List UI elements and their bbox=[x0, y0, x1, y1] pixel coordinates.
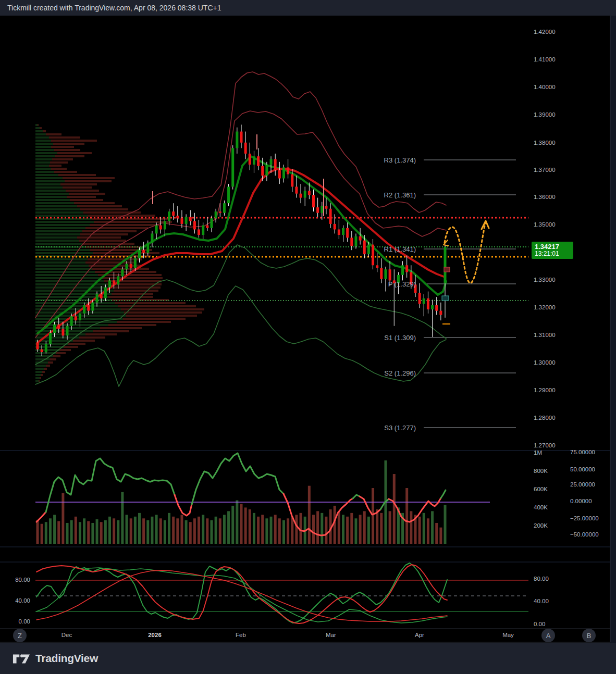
volume-profile-row-buy bbox=[35, 183, 60, 185]
volume-bar bbox=[435, 523, 438, 544]
candle-body bbox=[236, 132, 238, 148]
candle-body bbox=[227, 186, 230, 203]
volume-bar bbox=[172, 517, 175, 544]
candle-body bbox=[270, 159, 273, 165]
volume-bar bbox=[61, 493, 64, 544]
volume-profile-row-sell bbox=[54, 149, 80, 151]
volume-profile-row-sell bbox=[108, 296, 153, 298]
volume-profile-row-sell bbox=[118, 305, 196, 307]
volume-profile-row-sell bbox=[46, 365, 50, 367]
volume-bar bbox=[219, 518, 221, 544]
volume-profile-row-buy bbox=[35, 211, 83, 214]
candle-body bbox=[329, 209, 332, 224]
candle-body bbox=[354, 236, 357, 246]
volume-bar bbox=[202, 515, 204, 544]
volume-profile-row-sell bbox=[51, 168, 67, 170]
volume-bar bbox=[278, 518, 281, 544]
volume-profile-row-buy bbox=[35, 249, 90, 251]
tradingview-logo[interactable]: TradingView bbox=[13, 651, 98, 666]
candle-body bbox=[265, 165, 268, 176]
candle-body bbox=[380, 268, 383, 279]
volume-bar bbox=[334, 506, 336, 544]
tradingview-logo-icon bbox=[13, 651, 30, 666]
volume-profile-row-sell bbox=[53, 143, 84, 145]
volume-bar bbox=[117, 520, 119, 544]
candle-body bbox=[70, 316, 73, 326]
volume-bar bbox=[41, 524, 43, 544]
candle-body bbox=[57, 324, 60, 329]
volume-bar bbox=[367, 517, 370, 544]
volume-profile-row-sell bbox=[124, 311, 202, 314]
volume-profile-row-buy bbox=[35, 177, 63, 179]
volume-profile-row-sell bbox=[90, 224, 161, 226]
volume-profile-row-sell bbox=[92, 268, 149, 270]
volume-bar bbox=[168, 513, 170, 544]
volume-bar bbox=[227, 511, 230, 544]
volume-profile-row-buy bbox=[35, 236, 77, 239]
candle-body bbox=[168, 211, 170, 221]
candle-body bbox=[138, 250, 141, 258]
volume-profile-row-sell bbox=[50, 161, 68, 164]
volume-profile-row-buy bbox=[35, 146, 51, 148]
candle-body bbox=[431, 305, 434, 309]
chart-button-b[interactable]: B bbox=[582, 629, 596, 642]
stoch-fast-red bbox=[36, 565, 447, 623]
candle-body bbox=[287, 167, 289, 174]
volume-bar bbox=[155, 515, 158, 544]
candle-body bbox=[121, 269, 124, 276]
wave-arrow-drawing[interactable] bbox=[445, 223, 485, 283]
volume-profile-row-buy bbox=[35, 258, 88, 260]
chart-button-z[interactable]: Z bbox=[13, 629, 27, 642]
candle-body bbox=[334, 224, 336, 230]
volume-profile-row-sell bbox=[43, 130, 46, 132]
candle-body bbox=[435, 305, 438, 311]
volume-profile-row-buy bbox=[35, 252, 93, 254]
volume-bar bbox=[75, 517, 77, 544]
volume-profile-row-buy bbox=[35, 221, 94, 223]
volume-profile-row-sell bbox=[73, 340, 95, 342]
volume-bar bbox=[57, 521, 60, 544]
volume-bar bbox=[316, 511, 319, 544]
volume-profile-row-sell bbox=[74, 202, 115, 204]
volume-profile-row-sell bbox=[69, 193, 105, 195]
chart-button-a[interactable]: A bbox=[541, 629, 555, 642]
volume-profile-row-buy bbox=[35, 152, 57, 154]
volume-profile-row-buy bbox=[35, 308, 121, 310]
volume-profile-row-buy bbox=[35, 174, 58, 176]
volume-profile-row-sell bbox=[123, 318, 186, 320]
volume-bar bbox=[282, 520, 285, 544]
candle-body bbox=[155, 226, 158, 234]
volume-profile-row-sell bbox=[112, 293, 153, 295]
volume-profile-row-sell bbox=[94, 221, 172, 223]
volume-profile-row-sell bbox=[57, 152, 92, 154]
volume-profile-row-sell bbox=[95, 271, 156, 273]
volume-bar bbox=[291, 517, 293, 544]
volume-bar bbox=[231, 506, 234, 544]
volume-profile-row-buy bbox=[35, 374, 41, 376]
volume-profile-row-sell bbox=[108, 324, 156, 326]
volume-profile-row-sell bbox=[53, 355, 60, 357]
volume-profile-row-sell bbox=[48, 361, 53, 364]
volume-bar bbox=[210, 520, 213, 544]
volume-bar bbox=[134, 517, 137, 544]
volume-profile-row-buy bbox=[35, 277, 101, 279]
candle-body bbox=[75, 316, 77, 320]
volume-profile-row-buy bbox=[35, 380, 39, 382]
volume-profile-row-buy bbox=[35, 168, 51, 170]
wave-arrow-head bbox=[482, 221, 489, 229]
volume-bar bbox=[431, 511, 434, 544]
volume-bar bbox=[138, 513, 141, 544]
candle-body bbox=[418, 293, 421, 304]
volume-profile-row-sell bbox=[46, 133, 61, 135]
volume-profile-row-sell bbox=[40, 377, 41, 379]
volume-profile-row-buy bbox=[35, 165, 49, 167]
volume-bar bbox=[53, 515, 56, 544]
volume-profile-row-sell bbox=[52, 158, 73, 160]
volume-profile-row-sell bbox=[51, 146, 74, 148]
teal-order-marker[interactable] bbox=[442, 296, 449, 301]
candle-body bbox=[282, 167, 285, 178]
volume-profile-row-buy bbox=[35, 215, 88, 217]
volume-profile-row-buy bbox=[35, 180, 65, 182]
red-order-marker[interactable] bbox=[444, 267, 450, 272]
chart-canvas[interactable] bbox=[0, 0, 616, 674]
